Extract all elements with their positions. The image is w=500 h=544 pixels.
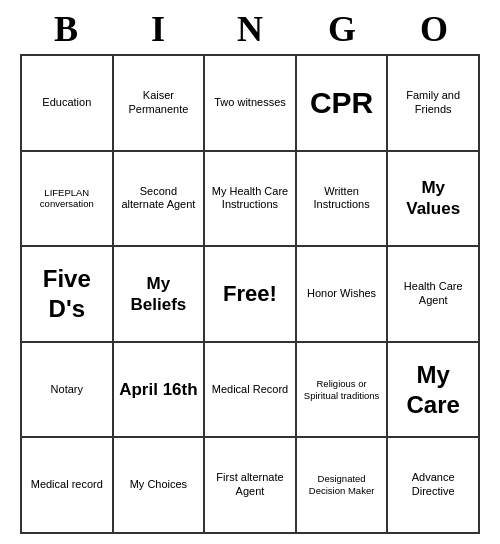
- bingo-cell-11: My Beliefs: [113, 246, 205, 342]
- bingo-header: B I N G O: [20, 8, 480, 50]
- bingo-cell-3: CPR: [296, 55, 388, 151]
- header-n: N: [204, 8, 296, 50]
- header-g: G: [296, 8, 388, 50]
- bingo-cell-5: LIFEPLAN conversation: [21, 151, 113, 247]
- bingo-cell-9: My Values: [387, 151, 479, 247]
- bingo-cell-18: Religious or Spiritual traditions: [296, 342, 388, 438]
- bingo-cell-0: Education: [21, 55, 113, 151]
- bingo-cell-2: Two witnesses: [204, 55, 296, 151]
- bingo-cell-4: Family and Friends: [387, 55, 479, 151]
- bingo-cell-15: Notary: [21, 342, 113, 438]
- header-b: B: [20, 8, 112, 50]
- bingo-cell-8: Written Instructions: [296, 151, 388, 247]
- bingo-cell-23: Designated Decision Maker: [296, 437, 388, 533]
- bingo-cell-17: Medical Record: [204, 342, 296, 438]
- bingo-cell-22: First alternate Agent: [204, 437, 296, 533]
- bingo-cell-7: My Health Care Instructions: [204, 151, 296, 247]
- bingo-cell-10: Five D's: [21, 246, 113, 342]
- bingo-cell-16: April 16th: [113, 342, 205, 438]
- bingo-cell-24: Advance Directive: [387, 437, 479, 533]
- bingo-cell-19: My Care: [387, 342, 479, 438]
- bingo-cell-12: Free!: [204, 246, 296, 342]
- bingo-cell-1: Kaiser Permanente: [113, 55, 205, 151]
- bingo-cell-13: Honor Wishes: [296, 246, 388, 342]
- bingo-cell-6: Second alternate Agent: [113, 151, 205, 247]
- bingo-cell-21: My Choices: [113, 437, 205, 533]
- bingo-grid: EducationKaiser PermanenteTwo witnessesC…: [20, 54, 480, 534]
- header-o: O: [388, 8, 480, 50]
- bingo-cell-20: Medical record: [21, 437, 113, 533]
- bingo-cell-14: Health Care Agent: [387, 246, 479, 342]
- header-i: I: [112, 8, 204, 50]
